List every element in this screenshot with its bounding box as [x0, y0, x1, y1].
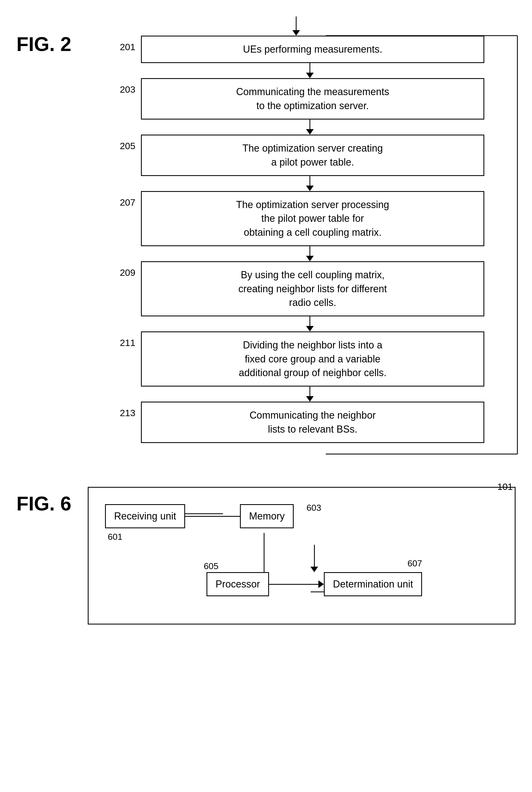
step-205: 205 The optimization server creatinga pi… [108, 135, 484, 176]
step-label-213: 213 [108, 402, 135, 418]
line-recv-mem [185, 516, 240, 517]
label-605: 605 [204, 561, 218, 571]
fig6-label: FIG. 6 [16, 492, 71, 515]
step-label-209: 209 [108, 261, 135, 278]
fig6-row2: 605 Processor 607 Determination unit [105, 545, 498, 596]
determination-container: 607 Determination unit [324, 572, 422, 596]
fig6-section: FIG. 6 101 [16, 487, 516, 624]
arrow-3-4 [135, 176, 484, 191]
label-603: 603 [307, 503, 321, 513]
label-607: 607 [407, 558, 422, 568]
step-213: 213 Communicating the neighborlists to r… [108, 402, 484, 443]
proc-det-row: 605 Processor 607 Determination unit [207, 572, 422, 596]
arrow-2-3 [135, 119, 484, 135]
step-label-205: 205 [108, 135, 135, 151]
fig2-section: FIG. 2 201 UEs performing measurements. [16, 16, 516, 454]
label-601: 601 [108, 532, 122, 542]
arrow-top [108, 16, 484, 36]
arrow-4-5 [135, 246, 484, 261]
step-201: 201 UEs performing measurements. [108, 36, 484, 63]
processor-node: Processor [207, 572, 269, 596]
step-box-213: Communicating the neighborlists to relev… [141, 402, 484, 443]
arrow-1-2 [135, 63, 484, 78]
step-207: 207 The optimization server processingth… [108, 191, 484, 246]
step-box-203: Communicating the measurementsto the opt… [141, 78, 484, 119]
line-proc-det [269, 584, 318, 585]
fig6-wrapper: 101 [88, 487, 516, 624]
step-label-201: 201 [108, 36, 135, 52]
receiving-unit-node: Receiving unit [105, 504, 185, 528]
receiving-unit-container: Receiving unit 601 [105, 504, 185, 528]
fig6-row1: Receiving unit 601 Memory 603 [105, 504, 498, 528]
step-203: 203 Communicating the measurementsto the… [108, 78, 484, 119]
step-box-209: By using the cell coupling matrix,creati… [141, 261, 484, 316]
memory-node: Memory [240, 504, 294, 528]
step-box-205: The optimization server creatinga pilot … [141, 135, 484, 176]
arrow-5-6 [135, 316, 484, 331]
fig6-diagram: Receiving unit 601 Memory 603 [88, 487, 516, 624]
processor-container: 605 Processor [207, 572, 269, 596]
arrow-right-proc-det [318, 580, 324, 588]
fig2-label: FIG. 2 [16, 33, 71, 55]
step-209: 209 By using the cell coupling matrix,cr… [108, 261, 484, 316]
arrow-down-mem-proc [310, 567, 318, 572]
page: FIG. 2 201 UEs performing measurements. [0, 0, 532, 792]
arrow-6-7 [135, 387, 484, 402]
step-label-207: 207 [108, 191, 135, 208]
vert-line-mem-proc [314, 545, 315, 567]
step-box-211: Dividing the neighbor lists into afixed … [141, 331, 484, 387]
step-label-211: 211 [108, 331, 135, 348]
step-box-201: UEs performing measurements. [141, 36, 484, 63]
memory-container: Memory 603 [240, 504, 294, 528]
step-box-207: The optimization server processingthe pi… [141, 191, 484, 246]
step-211: 211 Dividing the neighbor lists into afi… [108, 331, 484, 387]
determination-unit-node: Determination unit [324, 572, 422, 596]
step-label-203: 203 [108, 78, 135, 95]
processor-col: 605 Processor 607 Determination unit [207, 545, 422, 596]
